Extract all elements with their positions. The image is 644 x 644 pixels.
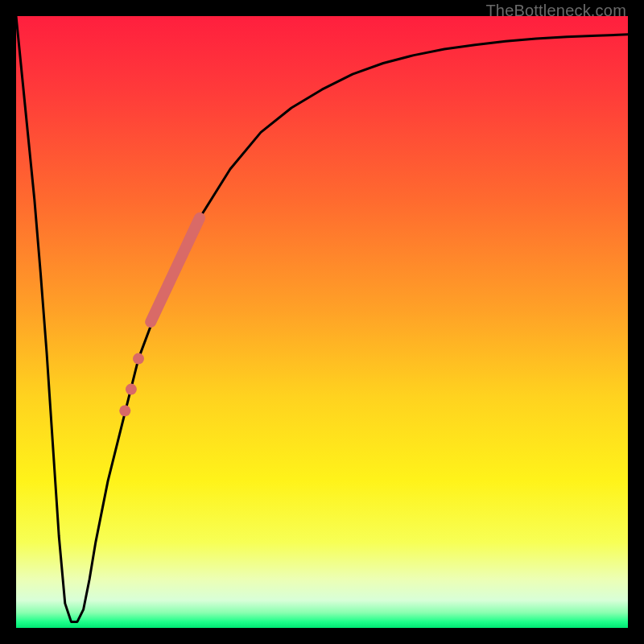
highlighted-dots <box>119 353 144 417</box>
chart-container: TheBottleneck.com <box>0 0 644 644</box>
highlighted-dot <box>133 353 144 365</box>
bottleneck-curve <box>16 16 628 621</box>
curve-layer <box>16 16 628 628</box>
highlighted-dot <box>119 405 130 416</box>
plot-area <box>16 16 628 628</box>
highlighted-segment <box>151 218 200 322</box>
highlighted-dot <box>126 384 137 395</box>
